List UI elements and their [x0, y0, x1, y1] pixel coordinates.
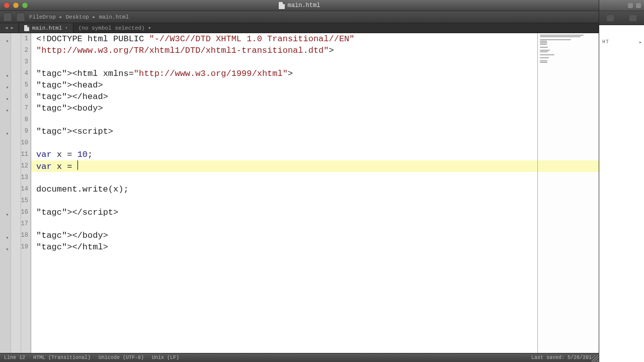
history-back-button[interactable]: ◀▶ [0, 23, 19, 33]
sidebar-toggle-icon[interactable] [3, 13, 12, 22]
document-icon [279, 2, 285, 9]
status-line: Line 12 [4, 355, 25, 360]
secondary-window: HT ▸ [599, 0, 644, 362]
symbol-selector[interactable]: (no symbol selected) ▾ [73, 23, 607, 33]
resize-handle-icon[interactable] [592, 355, 599, 362]
window-title: main.html [0, 2, 599, 9]
back-icon[interactable] [607, 15, 614, 21]
gutter: 1▾234▾5▾6▾7▾89▾10111213141516▾1718▾19▾ [0, 33, 31, 353]
tab-label: main.html [32, 25, 62, 31]
toolbar: FileDrop ▸ Desktop ▸ main.html [0, 11, 644, 23]
secondary-body [599, 25, 644, 362]
status-saved: Last saved: 5/26/2013 [531, 355, 595, 360]
line-numbers: 1▾234▾5▾6▾7▾89▾10111213141516▾1718▾19▾ [21, 33, 29, 353]
secondary-label: HT [602, 39, 609, 45]
window-title-text: main.html [288, 2, 320, 9]
status-bar: Line 12 HTML (Transitional) Unicode (UTF… [0, 353, 599, 362]
code-content: <!DOCTYPE html PUBLIC "-//W3C//DTD XHTML… [36, 33, 537, 253]
window-titlebar: main.html [0, 0, 644, 11]
document-icon [24, 25, 29, 31]
minimap[interactable] [537, 33, 599, 353]
minimize-icon[interactable] [636, 3, 641, 8]
workspace: 1▾234▾5▾6▾7▾89▾10111213141516▾1718▾19▾ <… [0, 33, 599, 353]
status-line-endings[interactable]: Unix (LF) [152, 355, 179, 360]
chevron-down-icon[interactable]: ▾ [65, 25, 67, 31]
document-toolbar-icon[interactable] [16, 13, 25, 22]
forward-icon[interactable] [629, 15, 636, 21]
secondary-toolbar [599, 11, 644, 25]
minimap-highlight [538, 160, 600, 172]
breadcrumb-text: FileDrop ▸ Desktop ▸ main.html [29, 14, 129, 20]
chevron-right-icon: ▸ [639, 39, 642, 45]
status-encoding[interactable]: Unicode (UTF-8) [99, 355, 144, 360]
close-icon[interactable] [628, 3, 633, 8]
breadcrumb[interactable]: FileDrop ▸ Desktop ▸ main.html [29, 14, 641, 20]
secondary-titlebar [599, 0, 644, 11]
tab-main-html[interactable]: main.html ▾ [19, 23, 73, 33]
code-editor[interactable]: <!DOCTYPE html PUBLIC "-//W3C//DTD XHTML… [31, 33, 537, 353]
symbol-label: (no symbol selected) [78, 25, 145, 31]
tab-bar: ◀▶ main.html ▾ (no symbol selected) ▾ [0, 23, 644, 33]
status-language[interactable]: HTML (Transitional) [33, 355, 91, 360]
chevron-down-icon: ▾ [148, 25, 151, 31]
